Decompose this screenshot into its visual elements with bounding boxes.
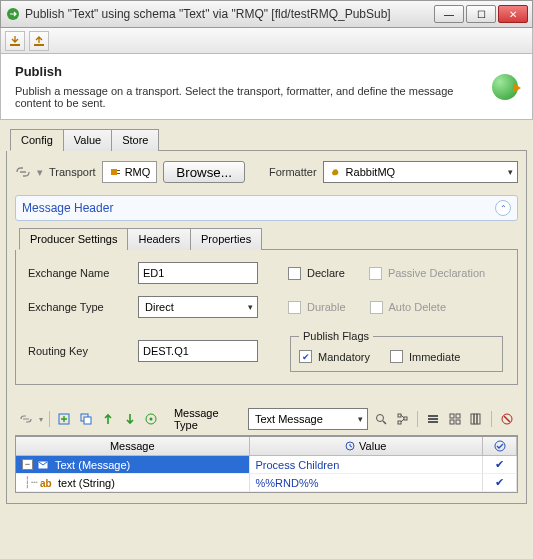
message-table: Message Value − Text (Message) Process C… <box>15 436 518 493</box>
tree-expander[interactable]: − <box>22 459 33 470</box>
tab-properties[interactable]: Properties <box>190 228 262 250</box>
export-button[interactable] <box>29 31 49 51</box>
publish-icon <box>492 74 518 100</box>
add-icon[interactable] <box>56 410 74 428</box>
page-description: Publish a message on a transport. Select… <box>15 85 492 109</box>
column-message[interactable]: Message <box>16 437 250 455</box>
publish-flags-group: Publish Flags ✔Mandatory Immediate <box>290 330 503 372</box>
table-row[interactable]: − Text (Message) Process Children ✔ <box>16 456 517 474</box>
svg-point-10 <box>150 418 153 421</box>
list-view-icon[interactable] <box>424 410 442 428</box>
chevron-up-icon: ⌃ <box>495 200 511 216</box>
message-type-dropdown[interactable]: Text Message <box>248 408 368 430</box>
exchange-type-label: Exchange Type <box>28 301 138 313</box>
svg-rect-8 <box>84 417 91 424</box>
row-value[interactable]: %%RND%% <box>256 477 319 489</box>
routing-key-label: Routing Key <box>28 345 138 357</box>
exchange-type-dropdown[interactable]: Direct <box>138 296 258 318</box>
plug-icon <box>109 166 121 178</box>
check-column-icon <box>494 440 506 452</box>
svg-rect-16 <box>428 418 438 420</box>
svg-rect-2 <box>34 44 44 46</box>
target-icon[interactable] <box>142 410 160 428</box>
svg-rect-5 <box>117 173 120 174</box>
exchange-name-label: Exchange Name <box>28 267 138 279</box>
window-title: Publish "Text" using schema "Text" via "… <box>25 7 434 21</box>
row-check[interactable]: ✔ <box>489 458 510 471</box>
durable-checkbox <box>288 301 301 314</box>
page-title: Publish <box>15 64 492 79</box>
tab-producer-settings[interactable]: Producer Settings <box>19 228 128 250</box>
string-node-icon: ab <box>40 477 54 489</box>
schema-icon[interactable] <box>394 410 412 428</box>
svg-point-11 <box>376 415 383 422</box>
main-toolbar <box>0 28 533 54</box>
row-value[interactable]: Process Children <box>256 459 340 471</box>
browse-button[interactable]: Browse... <box>163 161 245 183</box>
value-icon <box>345 441 355 451</box>
copy-icon[interactable] <box>77 410 95 428</box>
down-arrow-icon[interactable] <box>121 410 139 428</box>
column-check[interactable] <box>483 437 517 455</box>
grid-view-icon[interactable] <box>446 410 464 428</box>
columns-icon[interactable] <box>468 410 486 428</box>
formatter-dropdown[interactable]: RabbitMQ <box>323 161 518 183</box>
transport-label: Transport <box>49 166 96 178</box>
window-close-button[interactable]: ✕ <box>498 5 528 23</box>
tab-config[interactable]: Config <box>10 129 64 151</box>
svg-rect-24 <box>477 414 480 424</box>
svg-rect-20 <box>450 420 454 424</box>
svg-rect-21 <box>456 420 460 424</box>
row-check[interactable]: ✔ <box>489 476 510 489</box>
filter-icon[interactable] <box>498 410 516 428</box>
svg-rect-12 <box>398 414 401 417</box>
svg-rect-13 <box>398 421 401 424</box>
app-icon <box>5 6 21 22</box>
header-panel: Publish Publish a message on a transport… <box>0 54 533 120</box>
svg-rect-14 <box>404 417 407 420</box>
message-toolbar: ▾ Message Type Text Message <box>15 403 518 436</box>
window-titlebar: Publish "Text" using schema "Text" via "… <box>0 0 533 28</box>
transport-value-chip[interactable]: RMQ <box>102 161 158 183</box>
tab-headers[interactable]: Headers <box>127 228 191 250</box>
table-row[interactable]: ┆┄ ab text (String) %%RND%% ✔ <box>16 474 517 492</box>
find-icon[interactable] <box>372 410 390 428</box>
publish-flags-legend: Publish Flags <box>299 330 373 342</box>
exchange-name-input[interactable] <box>138 262 258 284</box>
link-icon[interactable] <box>17 410 35 428</box>
svg-text:ab: ab <box>40 478 52 489</box>
svg-point-27 <box>495 441 505 451</box>
immediate-checkbox[interactable] <box>390 350 403 363</box>
column-value[interactable]: Value <box>250 437 484 455</box>
svg-rect-3 <box>111 169 117 175</box>
rabbit-icon <box>330 166 342 178</box>
svg-rect-1 <box>10 44 20 46</box>
routing-key-input[interactable] <box>138 340 258 362</box>
svg-rect-19 <box>456 414 460 418</box>
declare-checkbox[interactable] <box>288 267 301 280</box>
message-type-label: Message Type <box>174 407 244 431</box>
window-minimize-button[interactable]: — <box>434 5 464 23</box>
mandatory-checkbox[interactable]: ✔ <box>299 350 312 363</box>
window-maximize-button[interactable]: ☐ <box>466 5 496 23</box>
main-tabs: Config Value Store <box>10 128 527 151</box>
message-header-section[interactable]: Message Header ⌃ <box>15 195 518 221</box>
formatter-label: Formatter <box>269 166 317 178</box>
import-button[interactable] <box>5 31 25 51</box>
producer-subtabs: Producer Settings Headers Properties <box>19 227 518 250</box>
auto-delete-checkbox <box>370 301 383 314</box>
tab-store[interactable]: Store <box>111 129 159 151</box>
svg-rect-15 <box>428 415 438 417</box>
link-icon <box>15 166 31 178</box>
tab-value[interactable]: Value <box>63 129 112 151</box>
svg-rect-17 <box>428 421 438 423</box>
svg-rect-4 <box>117 170 120 171</box>
message-node-icon <box>37 459 51 471</box>
passive-declaration-checkbox <box>369 267 382 280</box>
up-arrow-icon[interactable] <box>99 410 117 428</box>
svg-rect-18 <box>450 414 454 418</box>
